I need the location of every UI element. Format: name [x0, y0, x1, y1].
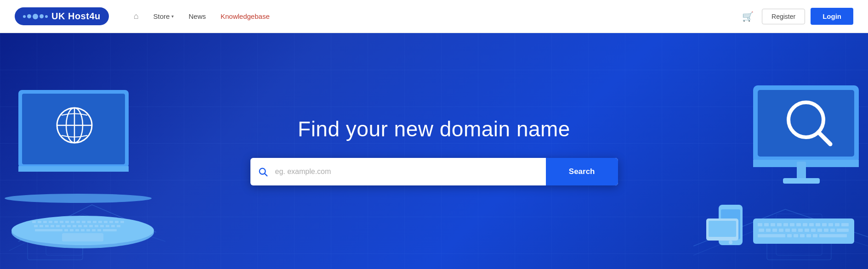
svg-rect-88 — [817, 229, 822, 232]
svg-rect-14 — [87, 221, 91, 223]
svg-rect-68 — [777, 223, 782, 226]
svg-rect-84 — [792, 229, 796, 232]
svg-rect-72 — [803, 223, 807, 226]
svg-rect-30 — [84, 225, 87, 227]
svg-rect-35 — [111, 225, 115, 227]
logo-dot — [40, 14, 44, 18]
hero-title: Find your new domain name — [237, 117, 632, 141]
svg-rect-22 — [40, 225, 43, 227]
svg-rect-18 — [109, 221, 113, 223]
svg-rect-70 — [790, 223, 794, 226]
svg-rect-75 — [822, 223, 827, 226]
svg-rect-67 — [771, 223, 775, 226]
login-button[interactable]: Login — [811, 8, 853, 25]
svg-rect-34 — [106, 225, 109, 227]
svg-rect-66 — [764, 223, 769, 226]
svg-rect-85 — [798, 229, 803, 232]
svg-rect-23 — [45, 225, 49, 227]
svg-point-101 — [729, 241, 732, 244]
svg-rect-25 — [56, 225, 60, 227]
svg-rect-87 — [811, 229, 816, 232]
logo-dot — [45, 15, 48, 18]
svg-rect-17 — [104, 221, 108, 223]
svg-rect-82 — [779, 229, 783, 232]
svg-rect-90 — [830, 229, 835, 232]
svg-rect-21 — [34, 225, 38, 227]
svg-rect-33 — [100, 225, 104, 227]
news-label: News — [188, 12, 206, 20]
svg-rect-48 — [22, 94, 125, 164]
svg-rect-63 — [783, 178, 820, 184]
svg-rect-94 — [794, 234, 798, 237]
domain-search-input[interactable] — [275, 159, 546, 184]
hero-section: Find your new domain name Search — [0, 33, 868, 269]
svg-rect-9 — [60, 221, 63, 223]
svg-rect-31 — [89, 225, 93, 227]
svg-rect-29 — [78, 225, 82, 227]
svg-rect-45 — [103, 229, 117, 231]
svg-rect-6 — [43, 221, 47, 223]
cart-icon[interactable]: 🛒 — [739, 8, 756, 25]
svg-rect-81 — [772, 229, 777, 232]
svg-rect-24 — [51, 225, 54, 227]
logo-dots — [23, 14, 48, 19]
svg-rect-10 — [65, 221, 69, 223]
search-button[interactable]: Search — [546, 158, 618, 185]
nav-store[interactable]: Store ▾ — [147, 9, 181, 24]
svg-rect-7 — [49, 221, 52, 223]
svg-rect-16 — [98, 221, 102, 223]
register-button[interactable]: Register — [762, 9, 805, 24]
svg-rect-37 — [35, 229, 62, 231]
store-label: Store — [153, 12, 170, 20]
svg-line-105 — [265, 174, 267, 176]
svg-rect-86 — [805, 229, 809, 232]
svg-rect-65 — [758, 223, 762, 226]
laptop-illustration — [0, 76, 165, 269]
svg-rect-77 — [835, 223, 840, 226]
hero-content: Find your new domain name Search — [227, 117, 641, 185]
chevron-down-icon: ▾ — [171, 14, 174, 19]
desktop-illustration — [693, 76, 868, 269]
svg-rect-15 — [93, 221, 96, 223]
svg-rect-41 — [81, 229, 85, 231]
svg-rect-27 — [67, 225, 71, 227]
svg-rect-4 — [32, 221, 36, 223]
svg-rect-80 — [766, 229, 771, 232]
svg-rect-97 — [813, 234, 817, 237]
nav-home[interactable]: ⌂ — [127, 8, 145, 25]
brand-name: UK Host4u — [51, 11, 101, 22]
navbar: UK Host4u ⌂ Store ▾ News Knowledgebase 🛒… — [0, 0, 868, 33]
svg-point-54 — [5, 194, 152, 203]
svg-rect-19 — [115, 221, 119, 223]
main-nav: ⌂ Store ▾ News Knowledgebase — [127, 8, 739, 25]
svg-rect-8 — [54, 221, 58, 223]
svg-rect-5 — [38, 221, 41, 223]
svg-rect-12 — [76, 221, 80, 223]
logo-dot — [23, 15, 26, 18]
svg-rect-40 — [75, 229, 79, 231]
svg-rect-74 — [816, 223, 820, 226]
nav-knowledgebase[interactable]: Knowledgebase — [214, 9, 276, 24]
svg-rect-95 — [800, 234, 805, 237]
svg-rect-79 — [759, 229, 764, 232]
svg-rect-103 — [709, 221, 736, 237]
svg-rect-71 — [796, 223, 801, 226]
svg-rect-32 — [95, 225, 98, 227]
svg-rect-91 — [837, 229, 849, 232]
svg-rect-28 — [73, 225, 76, 227]
home-icon: ⌂ — [134, 11, 139, 21]
svg-rect-83 — [785, 229, 790, 232]
logo[interactable]: UK Host4u — [15, 7, 109, 25]
svg-rect-92 — [758, 234, 785, 237]
svg-point-104 — [259, 168, 265, 174]
svg-rect-20 — [120, 221, 124, 223]
svg-rect-62 — [797, 162, 806, 180]
knowledgebase-label: Knowledgebase — [221, 12, 270, 20]
svg-rect-53 — [18, 166, 129, 172]
svg-rect-36 — [117, 225, 120, 227]
nav-news[interactable]: News — [182, 9, 212, 24]
search-icon — [250, 167, 275, 177]
svg-rect-98 — [819, 234, 847, 237]
svg-rect-78 — [841, 223, 849, 226]
svg-rect-26 — [62, 225, 65, 227]
